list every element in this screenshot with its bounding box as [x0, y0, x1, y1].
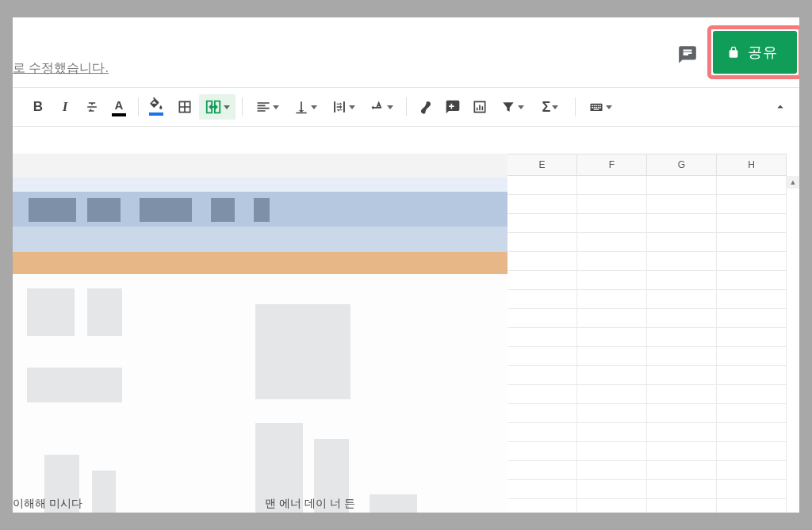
- cell[interactable]: [508, 195, 577, 214]
- cell[interactable]: [717, 423, 787, 442]
- cell[interactable]: [647, 252, 717, 271]
- cell[interactable]: [647, 328, 717, 347]
- cell[interactable]: [577, 366, 647, 385]
- cell[interactable]: [717, 233, 787, 252]
- cell[interactable]: [577, 252, 647, 271]
- cell[interactable]: [508, 499, 577, 513]
- cell[interactable]: [647, 461, 717, 480]
- column-header[interactable]: G: [647, 154, 717, 176]
- input-tools-button[interactable]: [582, 94, 619, 120]
- cell[interactable]: [508, 347, 577, 366]
- column-header[interactable]: H: [717, 154, 787, 176]
- cell[interactable]: [717, 499, 787, 513]
- collapse-toolbar-button[interactable]: [768, 88, 793, 126]
- v-align-button[interactable]: [287, 94, 324, 120]
- cell[interactable]: [717, 328, 787, 347]
- cell[interactable]: [717, 366, 787, 385]
- cell[interactable]: [647, 214, 717, 233]
- scroll-up-arrow[interactable]: ▲: [787, 176, 799, 189]
- cell[interactable]: [577, 271, 647, 290]
- cell[interactable]: [577, 347, 647, 366]
- insert-link-button[interactable]: [413, 94, 439, 120]
- cell[interactable]: [647, 442, 717, 461]
- cell[interactable]: [508, 176, 577, 195]
- cell[interactable]: [577, 499, 647, 513]
- functions-button[interactable]: Σ: [532, 94, 569, 120]
- cell[interactable]: [508, 214, 577, 233]
- insert-chart-button[interactable]: [467, 94, 492, 120]
- cell[interactable]: [577, 233, 647, 252]
- cell[interactable]: [647, 347, 717, 366]
- column-header[interactable]: E: [508, 154, 577, 176]
- cell[interactable]: [717, 461, 787, 480]
- cell[interactable]: [508, 366, 577, 385]
- cell[interactable]: [647, 290, 717, 309]
- cell[interactable]: [717, 309, 787, 328]
- cell[interactable]: [577, 480, 647, 499]
- cell[interactable]: [508, 271, 577, 290]
- bold-button[interactable]: B: [25, 94, 51, 120]
- cell[interactable]: [647, 233, 717, 252]
- cell[interactable]: [577, 309, 647, 328]
- merge-cells-button[interactable]: [199, 94, 236, 120]
- cell[interactable]: [577, 385, 647, 404]
- cell[interactable]: [508, 480, 577, 499]
- cell[interactable]: [717, 442, 787, 461]
- text-wrap-button[interactable]: [325, 94, 362, 120]
- cell[interactable]: [508, 233, 577, 252]
- cell[interactable]: [577, 442, 647, 461]
- cell[interactable]: [647, 385, 717, 404]
- cell[interactable]: [508, 290, 577, 309]
- cell[interactable]: [647, 195, 717, 214]
- cell[interactable]: [508, 309, 577, 328]
- cell[interactable]: [647, 309, 717, 328]
- cell[interactable]: [647, 499, 717, 513]
- strikethrough-button[interactable]: [79, 94, 105, 120]
- cell[interactable]: [577, 423, 647, 442]
- cell[interactable]: [717, 290, 787, 309]
- cell[interactable]: [647, 480, 717, 499]
- cell[interactable]: [717, 404, 787, 423]
- cell[interactable]: [647, 366, 717, 385]
- cell[interactable]: [647, 404, 717, 423]
- cell[interactable]: [508, 328, 577, 347]
- cell[interactable]: [717, 252, 787, 271]
- cell[interactable]: [717, 271, 787, 290]
- cell[interactable]: [508, 461, 577, 480]
- borders-button[interactable]: [172, 94, 197, 120]
- cell[interactable]: [647, 423, 717, 442]
- cell[interactable]: [577, 195, 647, 214]
- cell[interactable]: [647, 271, 717, 290]
- cell[interactable]: [717, 347, 787, 366]
- italic-button[interactable]: I: [52, 94, 78, 120]
- cell[interactable]: [577, 404, 647, 423]
- cell[interactable]: [577, 290, 647, 309]
- h-align-button[interactable]: [249, 94, 285, 120]
- cell[interactable]: [717, 480, 787, 499]
- cell[interactable]: [577, 176, 647, 195]
- last-edit-status[interactable]: 로 수정했습니다.: [13, 60, 109, 77]
- text-color-button[interactable]: A: [106, 94, 132, 120]
- cell[interactable]: [508, 252, 577, 271]
- cell[interactable]: [647, 176, 717, 195]
- share-button[interactable]: 공유: [713, 31, 797, 74]
- cell[interactable]: [577, 461, 647, 480]
- cell[interactable]: [717, 176, 787, 195]
- insert-comment-button[interactable]: [440, 94, 465, 120]
- cell[interactable]: [577, 328, 647, 347]
- cell[interactable]: [717, 195, 787, 214]
- chevron-down-icon: [273, 105, 279, 109]
- comments-button[interactable]: [676, 43, 699, 67]
- cell[interactable]: [717, 214, 787, 233]
- fill-color-button[interactable]: [145, 94, 170, 120]
- cell[interactable]: [577, 214, 647, 233]
- cell[interactable]: [508, 404, 577, 423]
- column-header[interactable]: F: [577, 154, 647, 176]
- filter-button[interactable]: [494, 94, 530, 120]
- cell[interactable]: [508, 423, 577, 442]
- cell[interactable]: [508, 442, 577, 461]
- cell[interactable]: [508, 385, 577, 404]
- lock-icon: [727, 46, 740, 59]
- text-rotate-button[interactable]: [363, 94, 400, 120]
- cell[interactable]: [717, 385, 787, 404]
